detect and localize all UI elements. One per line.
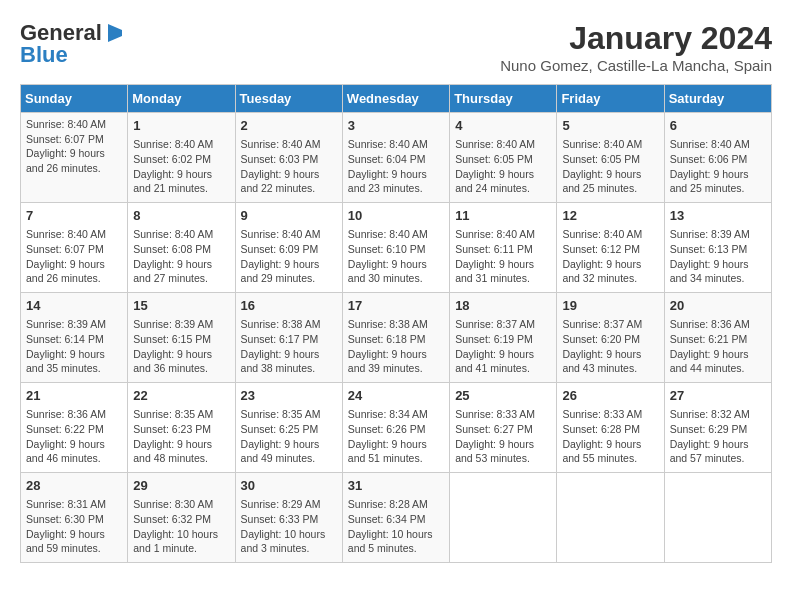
day-info: Sunrise: 8:40 AM Sunset: 6:10 PM Dayligh… bbox=[348, 227, 444, 286]
calendar-cell: 19Sunrise: 8:37 AM Sunset: 6:20 PM Dayli… bbox=[557, 293, 664, 383]
day-info: Sunrise: 8:28 AM Sunset: 6:34 PM Dayligh… bbox=[348, 497, 444, 556]
day-info: Sunrise: 8:35 AM Sunset: 6:25 PM Dayligh… bbox=[241, 407, 337, 466]
day-number: 15 bbox=[133, 297, 229, 315]
day-number: 19 bbox=[562, 297, 658, 315]
day-number: 3 bbox=[348, 117, 444, 135]
day-number: 2 bbox=[241, 117, 337, 135]
day-info: Sunrise: 8:40 AM Sunset: 6:03 PM Dayligh… bbox=[241, 137, 337, 196]
calendar-cell: 29Sunrise: 8:30 AM Sunset: 6:32 PM Dayli… bbox=[128, 473, 235, 563]
calendar-cell: 7Sunrise: 8:40 AM Sunset: 6:07 PM Daylig… bbox=[21, 203, 128, 293]
day-info: Sunrise: 8:40 AM Sunset: 6:07 PM Dayligh… bbox=[26, 117, 122, 176]
day-number: 5 bbox=[562, 117, 658, 135]
calendar-cell: 23Sunrise: 8:35 AM Sunset: 6:25 PM Dayli… bbox=[235, 383, 342, 473]
day-number: 25 bbox=[455, 387, 551, 405]
day-info: Sunrise: 8:36 AM Sunset: 6:22 PM Dayligh… bbox=[26, 407, 122, 466]
day-number: 7 bbox=[26, 207, 122, 225]
day-number: 22 bbox=[133, 387, 229, 405]
day-info: Sunrise: 8:35 AM Sunset: 6:23 PM Dayligh… bbox=[133, 407, 229, 466]
day-number: 24 bbox=[348, 387, 444, 405]
calendar-cell bbox=[557, 473, 664, 563]
day-info: Sunrise: 8:33 AM Sunset: 6:28 PM Dayligh… bbox=[562, 407, 658, 466]
day-number: 16 bbox=[241, 297, 337, 315]
day-info: Sunrise: 8:33 AM Sunset: 6:27 PM Dayligh… bbox=[455, 407, 551, 466]
day-info: Sunrise: 8:40 AM Sunset: 6:12 PM Dayligh… bbox=[562, 227, 658, 286]
calendar-cell: 1Sunrise: 8:40 AM Sunset: 6:02 PM Daylig… bbox=[128, 113, 235, 203]
day-number: 4 bbox=[455, 117, 551, 135]
calendar-week-5: 28Sunrise: 8:31 AM Sunset: 6:30 PM Dayli… bbox=[21, 473, 772, 563]
header-friday: Friday bbox=[557, 85, 664, 113]
calendar-cell: 18Sunrise: 8:37 AM Sunset: 6:19 PM Dayli… bbox=[450, 293, 557, 383]
day-info: Sunrise: 8:40 AM Sunset: 6:06 PM Dayligh… bbox=[670, 137, 766, 196]
calendar-week-1: Sunrise: 8:40 AM Sunset: 6:07 PM Dayligh… bbox=[21, 113, 772, 203]
header-thursday: Thursday bbox=[450, 85, 557, 113]
day-info: Sunrise: 8:40 AM Sunset: 6:09 PM Dayligh… bbox=[241, 227, 337, 286]
calendar-cell bbox=[450, 473, 557, 563]
calendar-cell: 12Sunrise: 8:40 AM Sunset: 6:12 PM Dayli… bbox=[557, 203, 664, 293]
calendar-cell: 15Sunrise: 8:39 AM Sunset: 6:15 PM Dayli… bbox=[128, 293, 235, 383]
header-sunday: Sunday bbox=[21, 85, 128, 113]
day-info: Sunrise: 8:39 AM Sunset: 6:15 PM Dayligh… bbox=[133, 317, 229, 376]
location-subtitle: Nuno Gomez, Castille-La Mancha, Spain bbox=[500, 57, 772, 74]
day-info: Sunrise: 8:38 AM Sunset: 6:18 PM Dayligh… bbox=[348, 317, 444, 376]
day-number: 30 bbox=[241, 477, 337, 495]
day-number: 17 bbox=[348, 297, 444, 315]
logo-blue: Blue bbox=[20, 42, 68, 68]
day-number: 13 bbox=[670, 207, 766, 225]
calendar-cell: 3Sunrise: 8:40 AM Sunset: 6:04 PM Daylig… bbox=[342, 113, 449, 203]
svg-marker-0 bbox=[108, 24, 122, 42]
day-info: Sunrise: 8:40 AM Sunset: 6:05 PM Dayligh… bbox=[562, 137, 658, 196]
calendar-cell: Sunrise: 8:40 AM Sunset: 6:07 PM Dayligh… bbox=[21, 113, 128, 203]
day-number: 28 bbox=[26, 477, 122, 495]
calendar-week-2: 7Sunrise: 8:40 AM Sunset: 6:07 PM Daylig… bbox=[21, 203, 772, 293]
day-number: 14 bbox=[26, 297, 122, 315]
day-info: Sunrise: 8:37 AM Sunset: 6:19 PM Dayligh… bbox=[455, 317, 551, 376]
header-wednesday: Wednesday bbox=[342, 85, 449, 113]
day-number: 9 bbox=[241, 207, 337, 225]
day-number: 31 bbox=[348, 477, 444, 495]
day-info: Sunrise: 8:34 AM Sunset: 6:26 PM Dayligh… bbox=[348, 407, 444, 466]
day-info: Sunrise: 8:40 AM Sunset: 6:08 PM Dayligh… bbox=[133, 227, 229, 286]
month-title: January 2024 bbox=[500, 20, 772, 57]
day-info: Sunrise: 8:29 AM Sunset: 6:33 PM Dayligh… bbox=[241, 497, 337, 556]
calendar-cell: 20Sunrise: 8:36 AM Sunset: 6:21 PM Dayli… bbox=[664, 293, 771, 383]
calendar-cell: 10Sunrise: 8:40 AM Sunset: 6:10 PM Dayli… bbox=[342, 203, 449, 293]
calendar-table: SundayMondayTuesdayWednesdayThursdayFrid… bbox=[20, 84, 772, 563]
calendar-cell: 16Sunrise: 8:38 AM Sunset: 6:17 PM Dayli… bbox=[235, 293, 342, 383]
day-number: 26 bbox=[562, 387, 658, 405]
day-info: Sunrise: 8:36 AM Sunset: 6:21 PM Dayligh… bbox=[670, 317, 766, 376]
day-number: 18 bbox=[455, 297, 551, 315]
header-monday: Monday bbox=[128, 85, 235, 113]
calendar-cell: 28Sunrise: 8:31 AM Sunset: 6:30 PM Dayli… bbox=[21, 473, 128, 563]
logo: General Blue bbox=[20, 20, 126, 68]
calendar-cell: 30Sunrise: 8:29 AM Sunset: 6:33 PM Dayli… bbox=[235, 473, 342, 563]
calendar-cell: 25Sunrise: 8:33 AM Sunset: 6:27 PM Dayli… bbox=[450, 383, 557, 473]
header-saturday: Saturday bbox=[664, 85, 771, 113]
logo-icon bbox=[104, 22, 126, 44]
calendar-cell: 14Sunrise: 8:39 AM Sunset: 6:14 PM Dayli… bbox=[21, 293, 128, 383]
day-info: Sunrise: 8:39 AM Sunset: 6:14 PM Dayligh… bbox=[26, 317, 122, 376]
calendar-cell: 27Sunrise: 8:32 AM Sunset: 6:29 PM Dayli… bbox=[664, 383, 771, 473]
calendar-week-3: 14Sunrise: 8:39 AM Sunset: 6:14 PM Dayli… bbox=[21, 293, 772, 383]
calendar-cell: 31Sunrise: 8:28 AM Sunset: 6:34 PM Dayli… bbox=[342, 473, 449, 563]
calendar-cell: 17Sunrise: 8:38 AM Sunset: 6:18 PM Dayli… bbox=[342, 293, 449, 383]
day-number: 1 bbox=[133, 117, 229, 135]
day-info: Sunrise: 8:30 AM Sunset: 6:32 PM Dayligh… bbox=[133, 497, 229, 556]
calendar-cell: 5Sunrise: 8:40 AM Sunset: 6:05 PM Daylig… bbox=[557, 113, 664, 203]
header-tuesday: Tuesday bbox=[235, 85, 342, 113]
title-block: January 2024 Nuno Gomez, Castille-La Man… bbox=[500, 20, 772, 74]
days-header-row: SundayMondayTuesdayWednesdayThursdayFrid… bbox=[21, 85, 772, 113]
day-number: 29 bbox=[133, 477, 229, 495]
calendar-cell bbox=[664, 473, 771, 563]
day-info: Sunrise: 8:40 AM Sunset: 6:11 PM Dayligh… bbox=[455, 227, 551, 286]
calendar-cell: 2Sunrise: 8:40 AM Sunset: 6:03 PM Daylig… bbox=[235, 113, 342, 203]
day-info: Sunrise: 8:40 AM Sunset: 6:07 PM Dayligh… bbox=[26, 227, 122, 286]
calendar-cell: 13Sunrise: 8:39 AM Sunset: 6:13 PM Dayli… bbox=[664, 203, 771, 293]
day-info: Sunrise: 8:38 AM Sunset: 6:17 PM Dayligh… bbox=[241, 317, 337, 376]
calendar-cell: 6Sunrise: 8:40 AM Sunset: 6:06 PM Daylig… bbox=[664, 113, 771, 203]
day-number: 6 bbox=[670, 117, 766, 135]
day-info: Sunrise: 8:39 AM Sunset: 6:13 PM Dayligh… bbox=[670, 227, 766, 286]
day-number: 20 bbox=[670, 297, 766, 315]
calendar-cell: 4Sunrise: 8:40 AM Sunset: 6:05 PM Daylig… bbox=[450, 113, 557, 203]
day-info: Sunrise: 8:32 AM Sunset: 6:29 PM Dayligh… bbox=[670, 407, 766, 466]
day-info: Sunrise: 8:40 AM Sunset: 6:04 PM Dayligh… bbox=[348, 137, 444, 196]
